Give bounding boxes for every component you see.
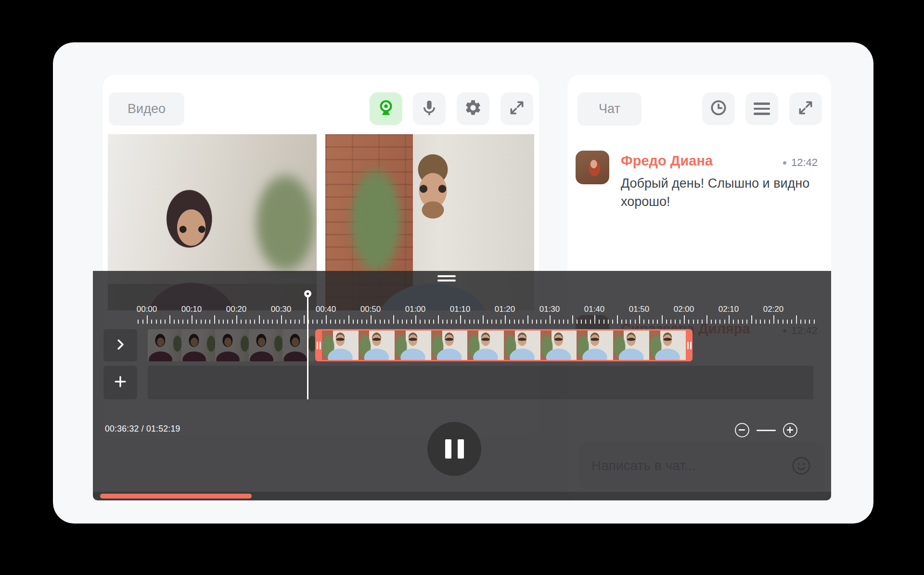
app-window: Видео	[0, 0, 924, 575]
chat-fullscreen-button[interactable]	[789, 92, 822, 125]
ruler-label: 00:10	[181, 305, 202, 314]
zoom-slider-track[interactable]	[757, 430, 776, 431]
ruler-tick	[285, 319, 286, 324]
collapse-track-button[interactable]	[103, 329, 137, 361]
ruler-tick	[805, 319, 806, 324]
clip-trim-handle-right[interactable]	[686, 329, 693, 361]
ruler-label: 00:40	[316, 305, 336, 314]
clip-thumbnail	[431, 331, 468, 360]
timeline-overlay: 00:0000:1000:2000:3000:4000:5001:0001:10…	[93, 271, 831, 500]
fullscreen-icon	[508, 99, 526, 118]
ruler-tick	[630, 319, 631, 324]
ruler-tick	[380, 319, 381, 324]
ruler-tick	[653, 319, 654, 324]
add-track-button[interactable]	[103, 366, 137, 399]
ruler-tick	[236, 315, 237, 324]
video-panel-title: Видео	[109, 92, 184, 126]
ruler-tick	[760, 319, 761, 324]
timeline-scrollbar[interactable]	[93, 492, 831, 500]
ruler-tick	[814, 319, 815, 324]
ruler-tick	[670, 319, 671, 324]
ruler-tick	[420, 319, 421, 324]
overlay-drag-handle[interactable]	[437, 275, 456, 284]
ruler-tick	[187, 319, 188, 324]
ruler-tick	[402, 319, 403, 324]
ruler-tick	[545, 319, 546, 324]
ruler-tick	[657, 319, 658, 324]
ruler-tick	[321, 319, 322, 324]
ruler-tick	[312, 319, 313, 324]
ruler-tick	[523, 319, 524, 324]
ruler-tick	[263, 319, 264, 324]
timeline-track-2[interactable]	[148, 366, 813, 399]
ruler-tick	[250, 319, 251, 324]
clip-thumbnails	[148, 329, 315, 361]
ruler-tick	[290, 319, 291, 324]
ruler-tick	[496, 319, 497, 324]
ruler-tick	[174, 319, 175, 324]
ruler-tick	[514, 319, 515, 324]
ruler-tick	[375, 319, 376, 324]
ruler-label: 02:20	[763, 305, 784, 314]
ruler-tick	[773, 315, 774, 324]
timeline-clip-participant-2[interactable]	[315, 329, 693, 361]
ruler-tick	[791, 319, 792, 324]
clip-trim-handle-left[interactable]	[315, 329, 322, 361]
ruler-label: 00:30	[271, 305, 292, 314]
ruler-tick	[317, 319, 318, 324]
zoom-in-button[interactable]	[783, 423, 797, 437]
ruler-label: 02:10	[719, 305, 739, 314]
timeline-clip-participant-1[interactable]	[148, 329, 315, 361]
playhead[interactable]	[304, 290, 312, 400]
ruler-tick	[357, 319, 358, 324]
ruler-tick	[138, 319, 139, 324]
ruler-tick	[505, 315, 506, 324]
ruler-tick	[711, 319, 712, 324]
ruler-tick	[272, 319, 273, 324]
camera-toggle-button[interactable]	[370, 92, 402, 125]
message-time: 12:42	[783, 156, 818, 169]
chat-history-button[interactable]	[702, 92, 735, 125]
clip-thumbnails	[322, 329, 686, 361]
microphone-toggle-button[interactable]	[413, 92, 446, 125]
webcam-icon	[376, 98, 396, 119]
ruler-tick	[281, 315, 282, 324]
ruler-tick	[456, 319, 457, 324]
settings-button[interactable]	[457, 92, 489, 125]
plus-icon	[113, 374, 128, 391]
ruler-label: 01:20	[495, 305, 515, 314]
avatar	[576, 151, 609, 184]
playhead-knob[interactable]	[304, 290, 311, 297]
ruler-tick	[783, 319, 783, 324]
clip-thumbnail	[148, 329, 181, 361]
zoom-out-button[interactable]	[735, 423, 749, 437]
ruler-tick	[554, 319, 555, 324]
video-panel-label: Видео	[128, 102, 166, 116]
chat-panel-title: Чат	[578, 92, 642, 126]
ruler-tick	[232, 319, 233, 324]
clip-thumbnail	[613, 331, 650, 360]
ruler-label: 01:10	[450, 305, 471, 314]
ruler-tick	[366, 319, 367, 324]
ruler-tick	[635, 319, 636, 324]
ruler-tick	[424, 319, 425, 324]
ruler-tick	[626, 319, 627, 324]
clip-thumbnail	[359, 331, 395, 360]
ruler-tick	[169, 315, 170, 324]
ruler-tick	[353, 319, 354, 324]
video-fullscreen-button[interactable]	[500, 92, 533, 125]
clip-thumbnail	[249, 329, 282, 361]
clock-icon	[709, 99, 728, 119]
ruler-label: 01:00	[405, 305, 426, 314]
ruler-tick	[451, 319, 452, 324]
chat-menu-button[interactable]	[745, 92, 778, 125]
ruler-tick	[214, 315, 215, 324]
ruler-tick	[299, 319, 300, 324]
ruler-tick	[388, 319, 389, 324]
ruler-tick	[344, 319, 345, 324]
timeline-scrollbar-thumb[interactable]	[100, 494, 252, 498]
ruler-tick	[603, 319, 604, 324]
ruler-tick	[398, 319, 398, 324]
ruler-tick	[590, 319, 591, 324]
pause-button[interactable]	[427, 422, 481, 476]
